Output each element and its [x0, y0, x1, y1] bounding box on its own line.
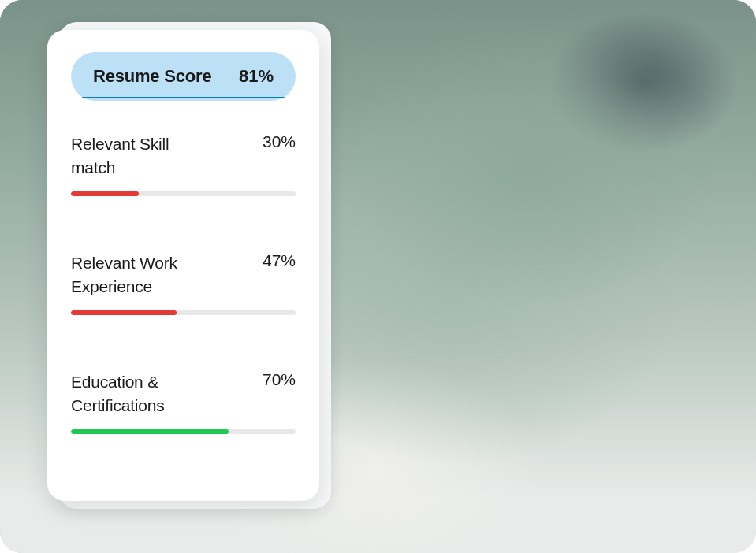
progress-bar [71, 310, 296, 315]
resume-score-card: Resume Score 81% Relevant Skill match 30… [47, 30, 319, 501]
progress-bar [71, 429, 296, 434]
metric-value: 47% [263, 251, 296, 270]
progress-fill [71, 429, 229, 434]
app-frame: Resume Score 81% Relevant Skill match 30… [0, 0, 756, 553]
metric-label: Education & Certifications [71, 370, 213, 418]
metric-label: Relevant Work Experience [71, 251, 213, 299]
progress-bar [71, 191, 296, 196]
overall-score-badge: Resume Score 81% [71, 52, 296, 101]
progress-fill [71, 310, 177, 315]
metric-header: Relevant Skill match 30% [71, 132, 296, 180]
metric-header: Relevant Work Experience 47% [71, 251, 296, 299]
progress-fill [71, 191, 139, 196]
metric-value: 30% [263, 132, 296, 151]
metric-label: Relevant Skill match [71, 132, 213, 180]
score-label: Resume Score [93, 66, 211, 87]
metric-work-experience: Relevant Work Experience 47% [71, 251, 296, 315]
score-value: 81% [239, 66, 274, 87]
metric-education: Education & Certifications 70% [71, 370, 296, 434]
metric-value: 70% [263, 370, 296, 389]
metric-header: Education & Certifications 70% [71, 370, 296, 418]
metric-skill-match: Relevant Skill match 30% [71, 132, 296, 196]
